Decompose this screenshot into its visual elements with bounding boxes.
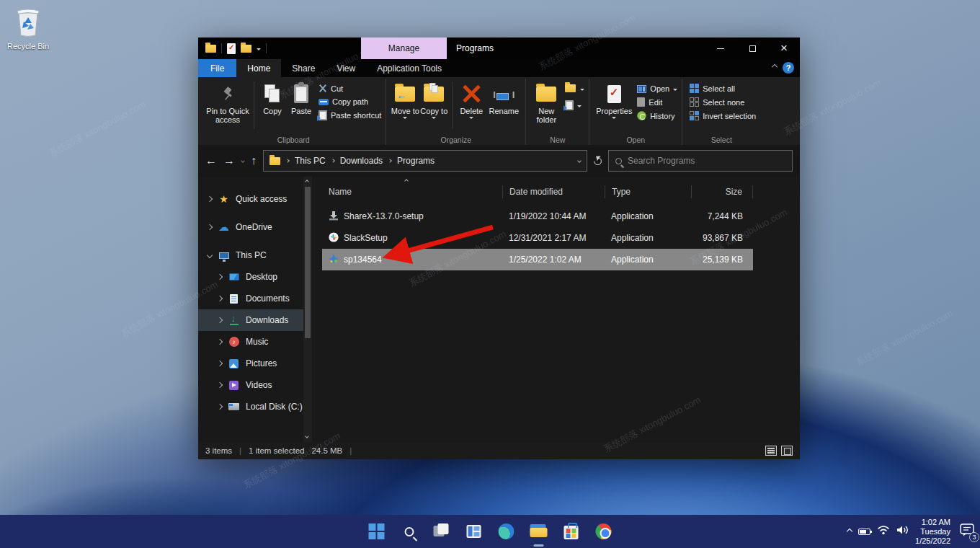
tab-view[interactable]: View: [326, 59, 366, 77]
recent-locations-dropdown[interactable]: [241, 159, 245, 163]
taskbar-search-button[interactable]: [400, 522, 419, 541]
cut-button[interactable]: Cut: [318, 84, 381, 93]
sidebar-item-quick-access[interactable]: Quick access: [198, 188, 303, 210]
file-row-slacksetup[interactable]: SlackSetup 12/31/2021 2:17 AM Applicatio…: [322, 227, 753, 249]
column-header-size[interactable]: Size: [691, 185, 753, 198]
paste-button[interactable]: Paste: [287, 80, 316, 115]
chevron-right-icon[interactable]: [217, 382, 223, 388]
manage-contextual-tab[interactable]: Manage: [361, 37, 447, 59]
chevron-right-icon[interactable]: [217, 339, 223, 345]
close-button[interactable]: ×: [768, 37, 800, 59]
open-button[interactable]: Open: [637, 84, 677, 93]
pin-to-quick-access-button[interactable]: Pin to Quick access: [205, 80, 250, 124]
chevron-right-icon[interactable]: [217, 404, 223, 410]
sharex-setup-icon: [329, 211, 339, 223]
collapse-ribbon-icon[interactable]: [772, 64, 778, 70]
tab-file[interactable]: File: [198, 59, 236, 77]
explorer-folder-icon[interactable]: [205, 45, 216, 53]
sidebar-item-desktop[interactable]: Desktop: [198, 266, 303, 288]
new-folder-button[interactable]: New folder: [530, 80, 562, 124]
breadcrumb-this-pc[interactable]: This PC: [295, 156, 326, 166]
breadcrumb-downloads[interactable]: Downloads: [340, 156, 383, 166]
column-header-name[interactable]: Name: [322, 185, 502, 198]
maximize-button[interactable]: [736, 37, 768, 59]
file-explorer-button[interactable]: [530, 522, 548, 541]
edge-button[interactable]: [497, 522, 516, 541]
qat-customize-dropdown[interactable]: [257, 48, 261, 50]
invert-selection-button[interactable]: Invert selection: [690, 111, 756, 120]
delete-button[interactable]: Delete: [456, 80, 486, 119]
large-icons-view-button[interactable]: [781, 446, 793, 456]
disk-icon: [228, 403, 239, 410]
microsoft-store-button[interactable]: [562, 522, 581, 541]
tab-home[interactable]: Home: [236, 59, 281, 77]
copy-path-button[interactable]: Copy path: [318, 97, 381, 106]
chevron-down-icon[interactable]: [207, 252, 213, 258]
recycle-bin-shortcut[interactable]: Recycle Bin: [6, 6, 50, 50]
recycle-bin-label: Recycle Bin: [6, 42, 50, 50]
sidebar-item-videos[interactable]: Videos: [198, 374, 303, 396]
task-view-button[interactable]: [432, 522, 451, 541]
volume-icon[interactable]: [896, 525, 909, 538]
details-view-button[interactable]: [765, 446, 777, 456]
sidebar-item-downloads[interactable]: Downloads: [198, 309, 303, 331]
properties-button[interactable]: ✓ Properties: [594, 80, 634, 119]
sidebar-item-music[interactable]: Music: [198, 331, 303, 353]
button-label: Open: [650, 84, 669, 93]
scroll-up-icon[interactable]: [305, 180, 309, 184]
help-button[interactable]: ?: [783, 62, 794, 74]
copy-button[interactable]: Copy: [258, 80, 287, 115]
hidden-icons-chevron[interactable]: [847, 529, 852, 534]
qat-new-folder-button[interactable]: [241, 45, 251, 53]
tab-application-tools[interactable]: Application Tools: [366, 59, 453, 77]
sidebar-item-pictures[interactable]: Pictures: [198, 353, 303, 374]
taskbar-clock[interactable]: 1:02 AM Tuesday 1/25/2022: [915, 518, 950, 546]
notification-center-button[interactable]: 3: [960, 523, 974, 539]
history-button[interactable]: History: [637, 111, 677, 120]
sidebar-item-this-pc[interactable]: This PC: [198, 244, 303, 266]
chrome-button[interactable]: [594, 522, 613, 541]
select-all-button[interactable]: Select all: [690, 84, 756, 93]
chevron-right-icon[interactable]: [217, 317, 223, 323]
battery-icon[interactable]: [858, 529, 870, 535]
forward-button[interactable]: →: [223, 154, 235, 167]
up-button[interactable]: ↑: [251, 154, 257, 167]
column-header-type[interactable]: Type: [605, 185, 691, 198]
start-button[interactable]: [368, 522, 386, 541]
breadcrumb-programs[interactable]: Programs: [397, 156, 435, 166]
wifi-icon[interactable]: [877, 525, 890, 538]
widgets-button[interactable]: [465, 522, 484, 541]
scrollbar-thumb[interactable]: [305, 187, 311, 338]
sidebar-item-onedrive[interactable]: OneDrive: [198, 216, 303, 238]
column-header-date-modified[interactable]: Date modified: [502, 185, 605, 198]
chevron-right-icon[interactable]: [217, 296, 223, 301]
back-button[interactable]: ←: [205, 154, 217, 167]
paste-shortcut-button[interactable]: Paste shortcut: [318, 110, 381, 120]
tab-share[interactable]: Share: [281, 59, 326, 77]
sidebar-scrollbar[interactable]: [303, 177, 312, 442]
address-dropdown-icon[interactable]: [577, 159, 582, 163]
search-input[interactable]: [628, 156, 785, 166]
edit-button[interactable]: Edit: [637, 97, 677, 107]
new-item-button[interactable]: [565, 84, 584, 94]
system-tray: 1:02 AM Tuesday 1/25/2022 3: [847, 515, 974, 548]
chevron-right-icon[interactable]: [207, 224, 213, 230]
easy-access-button[interactable]: [565, 100, 584, 110]
chevron-right-icon[interactable]: [217, 361, 223, 366]
file-row-sharex[interactable]: ShareX-13.7.0-setup 1/19/2022 10:44 AM A…: [322, 206, 753, 227]
sidebar-item-documents[interactable]: Documents: [198, 288, 303, 309]
refresh-icon[interactable]: [592, 155, 604, 167]
qat-properties-button[interactable]: ✓: [227, 43, 236, 54]
minimize-button[interactable]: [705, 37, 736, 59]
scroll-down-icon[interactable]: [305, 434, 309, 438]
sidebar-item-local-disk-c[interactable]: Local Disk (C:): [198, 396, 303, 417]
chevron-right-icon[interactable]: [217, 274, 223, 280]
select-none-button[interactable]: Select none: [690, 97, 756, 107]
address-bar[interactable]: This PC Downloads Programs: [263, 150, 587, 172]
chevron-right-icon[interactable]: [207, 196, 213, 202]
rename-button[interactable]: Rename: [486, 80, 521, 115]
search-box[interactable]: [608, 150, 793, 172]
move-to-button[interactable]: ← Move to: [391, 80, 419, 119]
copy-to-button[interactable]: Copy to: [419, 80, 448, 119]
file-row-sp134564-selected[interactable]: sp134564 1/25/2022 1:02 AM Application 2…: [322, 249, 753, 270]
